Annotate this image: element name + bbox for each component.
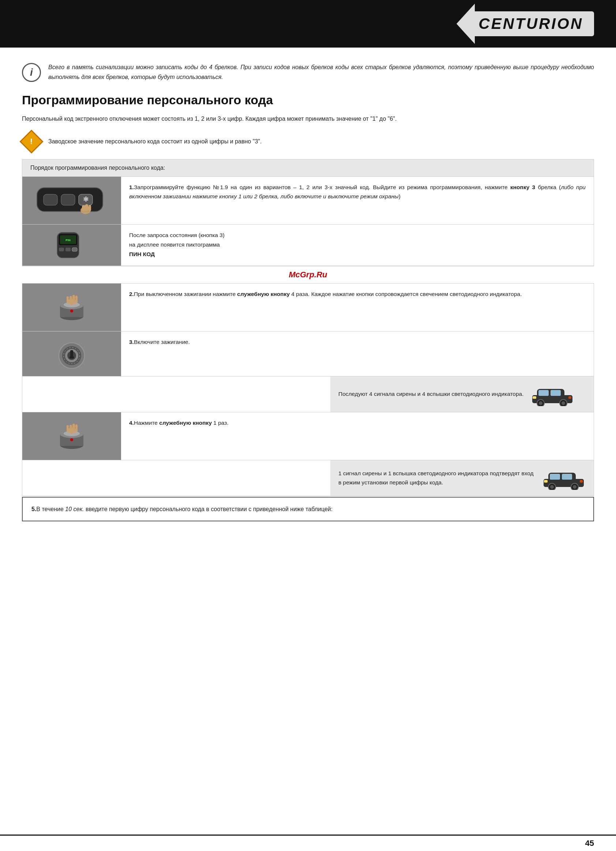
ignition-icon [53,337,90,370]
service-button-icon [53,291,90,324]
svg-rect-24 [75,296,78,303]
svg-rect-50 [72,424,75,432]
svg-rect-36 [538,390,549,396]
warning-row: ! Заводское значение персонального кода … [22,132,594,151]
svg-rect-2 [61,194,75,205]
info-icon: i [22,63,41,82]
info-block: i Всего в память сигнализации можно запи… [22,62,594,82]
svg-point-61 [573,485,577,489]
response-box-2: 1 сигнал сирены и 1 вспышка светодиодног… [330,460,594,496]
svg-point-39 [539,401,542,405]
svg-rect-51 [75,424,78,432]
svg-rect-25 [66,296,69,303]
svg-rect-1 [44,194,57,205]
svg-rect-37 [550,390,561,396]
step2-text: 2.При выключенном зажигании нажмите служ… [121,284,594,331]
svg-rect-7 [82,205,85,211]
step1-image: ✱ [22,177,121,224]
svg-rect-14 [59,248,64,251]
svg-rect-16 [72,248,77,251]
svg-rect-63 [580,480,583,483]
step1b-image: PIN [22,225,121,266]
step-row-1b: PIN После запроса состояния (кнопка 3) н… [22,225,594,266]
logo-box: CENTURION [475,11,594,36]
step4-text: 4.Нажмите служебную кнопку 1 раз. [121,412,594,460]
svg-point-53 [70,438,73,441]
keyfob-icon: ✱ [33,184,110,217]
section-description: Персональный код экстренного отключения … [22,114,594,124]
svg-rect-32 [69,356,74,359]
section-heading: Программирование персонального кода [22,93,594,107]
svg-rect-23 [72,295,75,303]
response-box-1: Последуют 4 сигнала сирены и 4 вспышки с… [330,376,594,412]
svg-rect-22 [69,296,72,303]
step3-text: 3.Включите зажигание. [121,331,594,376]
step2-image [22,284,121,331]
response2-text: 1 сигнал сирены и 1 вспышка светодиодног… [338,469,535,487]
svg-rect-56 [550,474,560,480]
step4-image [22,412,121,460]
main-content: i Всего в память сигнализации можно запи… [0,48,616,543]
svg-text:PIN: PIN [66,239,71,242]
svg-point-41 [562,401,565,405]
svg-point-26 [70,310,73,313]
header: CENTURION [0,0,616,48]
footer: 45 [0,834,616,851]
service-button-icon-2 [53,419,90,453]
watermark: McGrp.Ru [22,266,594,284]
step1-text: 1.Запрограммируйте функцию №1.9 на один … [121,177,594,224]
car-icon-1 [530,382,574,406]
info-text: Всего в память сигнализации можно записа… [48,62,594,82]
svg-text:✱: ✱ [83,196,89,203]
step-row-3: 3.Включите зажигание. [22,331,594,376]
car-icon-2 [542,466,586,490]
procedure-header: Порядок программирования персонального к… [22,159,594,177]
svg-rect-15 [66,248,71,251]
svg-rect-52 [66,425,69,432]
step3-image [22,331,121,376]
svg-rect-8 [85,204,88,211]
step1b-text: После запроса состояния (кнопка 3) на ди… [121,225,594,266]
svg-rect-42 [533,396,536,399]
page-number: 45 [585,839,594,848]
logo-container: CENTURION [457,4,594,44]
warning-diamond: ! [20,129,43,153]
svg-rect-43 [568,396,571,399]
logo-wing [457,4,475,44]
step-row-1: ✱ 1.Запрограммируйте функцию №1.9 на оди… [22,177,594,225]
svg-rect-62 [544,480,548,483]
svg-rect-9 [89,205,91,211]
svg-rect-57 [562,474,572,480]
step5-row: 5.В течение 10 сек. введите первую цифру… [22,497,594,521]
svg-rect-49 [69,425,72,432]
response1-text: Последуют 4 сигнала сирены и 4 вспышки с… [338,389,524,399]
brand-name: CENTURION [478,15,583,32]
fob-display-icon: PIN [55,230,88,260]
svg-point-59 [550,485,554,489]
step-row-4: 4.Нажмите служебную кнопку 1 раз. [22,412,594,460]
response-row-1: Последуют 4 сигнала сирены и 4 вспышки с… [22,376,594,412]
warning-icon: ! [22,132,41,151]
warning-text: Заводское значение персонального кода со… [48,137,261,146]
step-row-2: 2.При выключенном зажигании нажмите служ… [22,284,594,331]
response-row-2: 1 сигнал сирены и 1 вспышка светодиодног… [22,460,594,496]
